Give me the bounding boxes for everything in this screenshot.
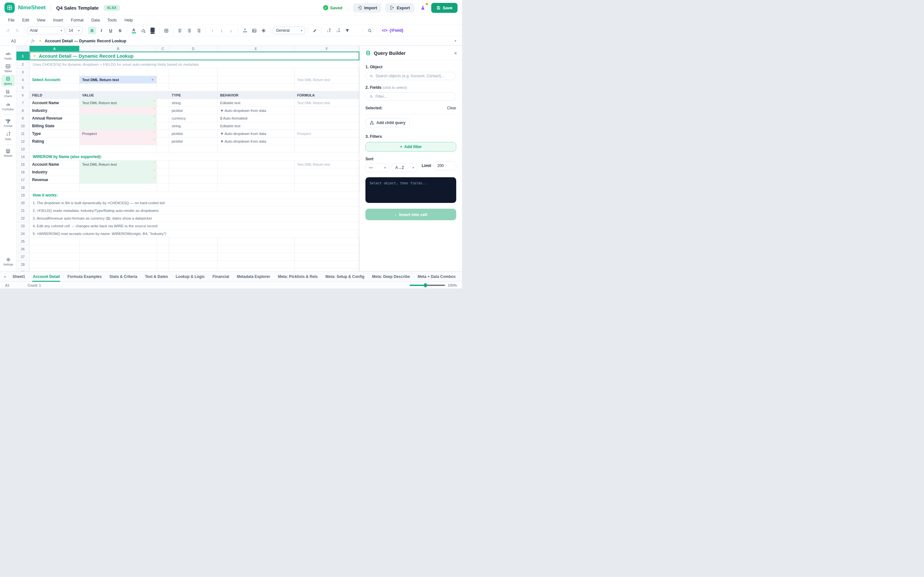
font-size-select[interactable]: 14▾: [66, 27, 82, 34]
grid-cell-B7[interactable]: Test DML Return test: [79, 99, 157, 106]
align-middle-icon[interactable]: ↕: [218, 27, 226, 34]
grid-cell-C7[interactable]: [157, 99, 169, 106]
grid-cell-D18[interactable]: [169, 184, 218, 191]
grid-cell-B28[interactable]: [79, 261, 157, 268]
grid-cell-E10[interactable]: Editable text: [218, 122, 294, 129]
zoom-slider-handle[interactable]: [424, 283, 427, 287]
select-all-corner[interactable]: [16, 46, 29, 51]
grid-cell-D28[interactable]: [169, 261, 218, 268]
sheet-tab-formula-examples[interactable]: Formula Examples: [63, 271, 105, 282]
grid-cell-C16[interactable]: [157, 168, 169, 176]
grid-cell-A16[interactable]: Industry: [29, 168, 79, 176]
limit-input[interactable]: [434, 161, 456, 170]
sidebar-item-fields[interactable]: </>Fields: [1, 49, 15, 61]
grid-cell-C4[interactable]: [157, 76, 169, 83]
sort-field-select[interactable]: —▾: [365, 163, 389, 172]
grid-cell-E6[interactable]: BEHAVIOR: [218, 91, 294, 99]
grid-cell-D15[interactable]: [169, 161, 218, 168]
grid-cell-F17[interactable]: [294, 176, 359, 183]
grid-cell-E13[interactable]: [218, 145, 294, 153]
grid-cell-A2[interactable]: Uses CHOICES() for dynamic dropdown + FI…: [29, 61, 359, 68]
row-header-20[interactable]: 20: [16, 199, 29, 206]
grid-cell-C5[interactable]: [157, 84, 169, 91]
grid-cell-F9[interactable]: [294, 114, 359, 122]
grid-cell-F28[interactable]: [294, 261, 359, 268]
grid-cell-E7[interactable]: Editable text: [218, 99, 294, 106]
grid-cell-D29[interactable]: [169, 268, 218, 271]
grid-cell-A23[interactable]: 4. Edit any colored cell → changes write…: [29, 222, 359, 229]
grid-cell-D3[interactable]: [169, 68, 218, 76]
grid-cell-B4[interactable]: Test DML Return test▼: [79, 76, 157, 83]
grid-cell-B18[interactable]: [79, 184, 157, 191]
number-format-select[interactable]: General▾: [273, 27, 305, 34]
search-icon[interactable]: [365, 27, 374, 34]
row-header-7[interactable]: 7: [16, 99, 29, 106]
row-header-18[interactable]: 18: [16, 184, 29, 191]
row-header-19[interactable]: 19: [16, 191, 29, 199]
column-header-B[interactable]: B: [79, 46, 157, 51]
sheet-tab-sheet1[interactable]: Sheet1: [9, 271, 29, 282]
grid-cell-D7[interactable]: string: [169, 99, 218, 106]
grid-cell-D4[interactable]: [169, 76, 218, 83]
grid-cell-B9[interactable]: [79, 114, 157, 122]
sheet-tab-text-dates[interactable]: Text & Dates: [141, 271, 172, 282]
grid-cell-E17[interactable]: [218, 176, 294, 183]
menu-edit[interactable]: Edit: [19, 17, 33, 24]
text-color-icon[interactable]: A: [129, 27, 138, 34]
grid-cell-C17[interactable]: [157, 176, 169, 183]
grid-cell-F18[interactable]: [294, 184, 359, 191]
dropdown-icon[interactable]: ▼: [151, 78, 154, 81]
grid-cell-B15[interactable]: Test DML Return test: [79, 161, 157, 168]
grid-cell-A17[interactable]: Revenue: [29, 176, 79, 183]
menu-insert[interactable]: Insert: [50, 17, 67, 24]
grid-cell-E26[interactable]: [218, 245, 294, 253]
grid-cell-A3[interactable]: [29, 68, 79, 76]
grid-cell-B29[interactable]: [79, 268, 157, 271]
sidebar-item-settings[interactable]: Settings: [0, 255, 16, 268]
grid-cell-A18[interactable]: [29, 184, 79, 191]
grid-cell-D11[interactable]: picklist: [169, 130, 218, 137]
grid-cell-A19[interactable]: How it works:: [29, 191, 359, 199]
export-button[interactable]: Export: [385, 3, 414, 13]
grid-cell-F16[interactable]: [294, 168, 359, 176]
grid-cell-F8[interactable]: [294, 107, 359, 114]
grid-cell-D10[interactable]: string: [169, 122, 218, 129]
sheet-tab-meta-setup-config[interactable]: Meta: Setup & Config: [321, 271, 368, 282]
paint-format-icon[interactable]: [310, 27, 319, 34]
grid-cell-B10[interactable]: [79, 122, 157, 129]
row-header-24[interactable]: 24: [16, 230, 29, 237]
row-header-23[interactable]: 23: [16, 222, 29, 229]
grid-cell-E16[interactable]: [218, 168, 294, 176]
column-header-F[interactable]: F: [294, 46, 359, 51]
grid-cell-C27[interactable]: [157, 253, 169, 260]
save-button[interactable]: Save: [431, 3, 457, 13]
insert-field-button[interactable]: </>{!Field}: [379, 28, 406, 33]
grid-cell-C25[interactable]: [157, 237, 169, 245]
grid-cell-D5[interactable]: [169, 84, 218, 91]
close-icon[interactable]: ×: [454, 50, 457, 56]
grid-cell-C9[interactable]: [157, 114, 169, 122]
row-header-17[interactable]: 17: [16, 176, 29, 183]
grid-cell-E4[interactable]: [218, 76, 294, 83]
row-header-3[interactable]: 3: [16, 68, 29, 76]
undo-icon[interactable]: ↺: [4, 27, 12, 34]
grid-cell-F15[interactable]: Test DML Return test: [294, 161, 359, 168]
grid-cell-B5[interactable]: [79, 84, 157, 91]
row-header-8[interactable]: 8: [16, 107, 29, 114]
filter-icon[interactable]: [343, 27, 351, 34]
grid-cell-D16[interactable]: [169, 168, 218, 176]
freeze-icon[interactable]: [259, 27, 268, 34]
grid-cell-A21[interactable]: 2. =FIELD() reads metadata: Industry/Typ…: [29, 207, 359, 214]
row-header-25[interactable]: 25: [16, 237, 29, 245]
grid-cell-C10[interactable]: [157, 122, 169, 129]
lab-flask-button[interactable]: [418, 3, 427, 12]
grid-cell-F10[interactable]: [294, 122, 359, 129]
insert-image-icon[interactable]: [250, 27, 258, 34]
zoom-slider[interactable]: [410, 285, 445, 286]
row-header-5[interactable]: 5: [16, 84, 29, 91]
grid-cell-C29[interactable]: [157, 268, 169, 271]
row-header-16[interactable]: 16: [16, 168, 29, 176]
grid-cell-D12[interactable]: picklist: [169, 137, 218, 145]
sheet-tab-meta-data-combos[interactable]: Meta + Data Combos: [414, 271, 459, 282]
sort-za-icon[interactable]: ↓ZA: [334, 27, 342, 34]
